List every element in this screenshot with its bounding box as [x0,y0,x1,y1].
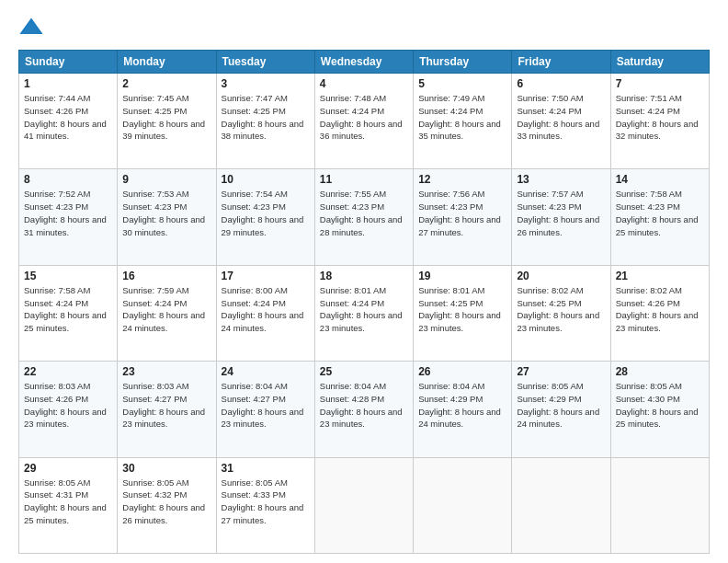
day-number: 22 [24,365,112,378]
day-number: 7 [616,77,704,90]
logo [18,15,48,40]
day-number: 31 [222,462,310,475]
day-number: 1 [24,77,112,90]
day-number: 16 [122,270,210,282]
cell-text: Sunrise: 8:04 AMSunset: 4:27 PMDaylight:… [222,380,310,431]
cell-text: Sunrise: 7:44 AMSunset: 4:26 PMDaylight:… [24,92,112,143]
calendar-cell: 17Sunrise: 8:00 AMSunset: 4:24 PMDayligh… [216,265,314,361]
day-number: 26 [418,365,506,378]
cell-text: Sunrise: 7:49 AMSunset: 4:24 PMDaylight:… [418,92,506,143]
cell-text: Sunrise: 7:56 AMSunset: 4:23 PMDaylight:… [418,188,506,238]
day-header-sunday: Sunday [19,51,118,74]
calendar-cell: 26Sunrise: 8:04 AMSunset: 4:29 PMDayligh… [414,362,512,457]
header-row: SundayMondayTuesdayWednesdayThursdayFrid… [19,51,710,74]
day-header-tuesday: Tuesday [216,51,314,74]
day-number: 21 [616,270,704,282]
cell-text: Sunrise: 7:48 AMSunset: 4:24 PMDaylight:… [320,92,408,143]
calendar-cell: 8Sunrise: 7:52 AMSunset: 4:23 PMDaylight… [19,169,118,265]
calendar-cell [512,457,610,553]
day-header-friday: Friday [512,51,610,74]
day-number: 5 [418,77,506,90]
day-number: 4 [320,77,408,90]
day-number: 12 [418,173,506,186]
header [18,15,710,40]
calendar-cell [414,457,512,553]
calendar-cell: 4Sunrise: 7:48 AMSunset: 4:24 PMDaylight… [314,74,413,169]
day-header-saturday: Saturday [610,51,709,74]
cell-text: Sunrise: 7:54 AMSunset: 4:23 PMDaylight:… [222,188,310,238]
day-number: 15 [24,270,112,282]
day-number: 24 [222,365,310,378]
cell-text: Sunrise: 7:59 AMSunset: 4:24 PMDaylight:… [122,284,210,335]
day-number: 23 [122,365,210,378]
day-number: 27 [517,365,605,378]
day-header-thursday: Thursday [414,51,512,74]
day-number: 18 [320,270,408,282]
calendar-cell: 28Sunrise: 8:05 AMSunset: 4:30 PMDayligh… [610,362,709,457]
cell-text: Sunrise: 8:05 AMSunset: 4:29 PMDaylight:… [517,380,605,431]
cell-text: Sunrise: 7:52 AMSunset: 4:23 PMDaylight:… [24,188,112,238]
day-header-wednesday: Wednesday [314,51,413,74]
calendar-cell: 9Sunrise: 7:53 AMSunset: 4:23 PMDaylight… [118,169,216,265]
calendar-cell: 23Sunrise: 8:03 AMSunset: 4:27 PMDayligh… [118,362,216,457]
calendar-cell: 22Sunrise: 8:03 AMSunset: 4:26 PMDayligh… [19,362,118,457]
cell-text: Sunrise: 8:03 AMSunset: 4:27 PMDaylight:… [122,380,210,431]
calendar-cell: 29Sunrise: 8:05 AMSunset: 4:31 PMDayligh… [19,457,118,553]
cell-text: Sunrise: 7:58 AMSunset: 4:23 PMDaylight:… [616,188,704,238]
cell-text: Sunrise: 8:05 AMSunset: 4:31 PMDaylight:… [24,477,112,527]
cell-text: Sunrise: 7:53 AMSunset: 4:23 PMDaylight:… [122,188,210,238]
calendar-cell: 5Sunrise: 7:49 AMSunset: 4:24 PMDaylight… [414,74,512,169]
cell-text: Sunrise: 7:45 AMSunset: 4:25 PMDaylight:… [122,92,210,143]
calendar-cell: 12Sunrise: 7:56 AMSunset: 4:23 PMDayligh… [414,169,512,265]
logo-icon [18,15,44,40]
cell-text: Sunrise: 7:55 AMSunset: 4:23 PMDaylight:… [320,188,408,238]
cell-text: Sunrise: 8:05 AMSunset: 4:33 PMDaylight:… [222,477,310,527]
week-row-4: 22Sunrise: 8:03 AMSunset: 4:26 PMDayligh… [19,362,710,457]
day-number: 3 [222,77,310,90]
day-number: 11 [320,173,408,186]
day-number: 19 [418,270,506,282]
calendar-cell: 6Sunrise: 7:50 AMSunset: 4:24 PMDaylight… [512,74,610,169]
day-number: 9 [122,173,210,186]
calendar-cell [314,457,413,553]
cell-text: Sunrise: 8:01 AMSunset: 4:25 PMDaylight:… [418,284,506,335]
calendar-cell: 14Sunrise: 7:58 AMSunset: 4:23 PMDayligh… [610,169,709,265]
cell-text: Sunrise: 7:47 AMSunset: 4:25 PMDaylight:… [222,92,310,143]
week-row-5: 29Sunrise: 8:05 AMSunset: 4:31 PMDayligh… [19,457,710,553]
calendar-cell: 3Sunrise: 7:47 AMSunset: 4:25 PMDaylight… [216,74,314,169]
cell-text: Sunrise: 8:04 AMSunset: 4:28 PMDaylight:… [320,380,408,431]
calendar-cell: 30Sunrise: 8:05 AMSunset: 4:32 PMDayligh… [118,457,216,553]
calendar-cell: 24Sunrise: 8:04 AMSunset: 4:27 PMDayligh… [216,362,314,457]
cell-text: Sunrise: 7:50 AMSunset: 4:24 PMDaylight:… [517,92,605,143]
calendar-cell: 21Sunrise: 8:02 AMSunset: 4:26 PMDayligh… [610,265,709,361]
calendar-cell: 25Sunrise: 8:04 AMSunset: 4:28 PMDayligh… [314,362,413,457]
calendar-cell: 15Sunrise: 7:58 AMSunset: 4:24 PMDayligh… [19,265,118,361]
calendar-cell: 10Sunrise: 7:54 AMSunset: 4:23 PMDayligh… [216,169,314,265]
calendar-cell: 7Sunrise: 7:51 AMSunset: 4:24 PMDaylight… [610,74,709,169]
cell-text: Sunrise: 7:57 AMSunset: 4:23 PMDaylight:… [517,188,605,238]
week-row-2: 8Sunrise: 7:52 AMSunset: 4:23 PMDaylight… [19,169,710,265]
cell-text: Sunrise: 8:03 AMSunset: 4:26 PMDaylight:… [24,380,112,431]
cell-text: Sunrise: 8:05 AMSunset: 4:32 PMDaylight:… [122,477,210,527]
day-number: 17 [222,270,310,282]
calendar-cell: 2Sunrise: 7:45 AMSunset: 4:25 PMDaylight… [118,74,216,169]
calendar-cell: 18Sunrise: 8:01 AMSunset: 4:24 PMDayligh… [314,265,413,361]
day-number: 25 [320,365,408,378]
day-number: 13 [517,173,605,186]
cell-text: Sunrise: 8:04 AMSunset: 4:29 PMDaylight:… [418,380,506,431]
cell-text: Sunrise: 7:51 AMSunset: 4:24 PMDaylight:… [616,92,704,143]
calendar-table: SundayMondayTuesdayWednesdayThursdayFrid… [18,50,710,554]
calendar-cell: 20Sunrise: 8:02 AMSunset: 4:25 PMDayligh… [512,265,610,361]
calendar-cell: 11Sunrise: 7:55 AMSunset: 4:23 PMDayligh… [314,169,413,265]
calendar-cell [610,457,709,553]
day-header-monday: Monday [118,51,216,74]
day-number: 2 [122,77,210,90]
week-row-3: 15Sunrise: 7:58 AMSunset: 4:24 PMDayligh… [19,265,710,361]
cell-text: Sunrise: 8:02 AMSunset: 4:26 PMDaylight:… [616,284,704,335]
calendar-cell: 16Sunrise: 7:59 AMSunset: 4:24 PMDayligh… [118,265,216,361]
cell-text: Sunrise: 8:05 AMSunset: 4:30 PMDaylight:… [616,380,704,431]
calendar-cell: 31Sunrise: 8:05 AMSunset: 4:33 PMDayligh… [216,457,314,553]
day-number: 8 [24,173,112,186]
day-number: 28 [616,365,704,378]
day-number: 6 [517,77,605,90]
